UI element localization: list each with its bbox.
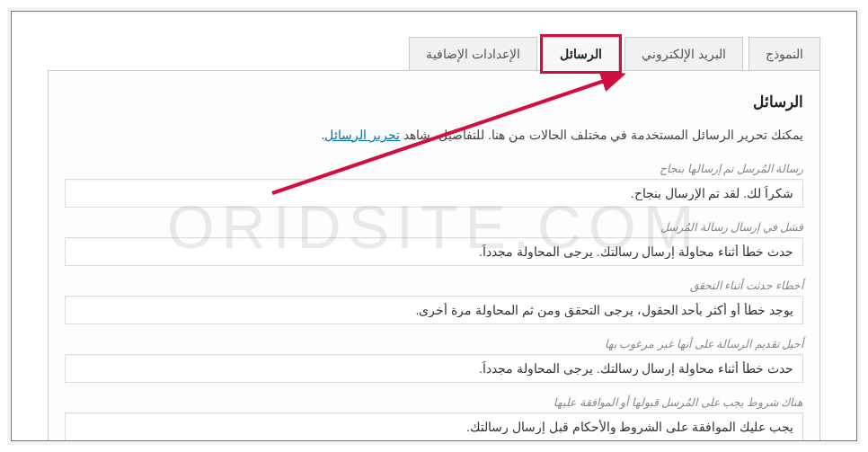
field-label: فشل في إرسال رسالة المُرسل [65,220,803,234]
field-failed: فشل في إرسال رسالة المُرسل [65,220,803,266]
field-input-spam[interactable] [65,354,803,383]
tab-messages[interactable]: الرسائل [543,37,619,71]
field-input-validation[interactable] [65,296,803,324]
field-input-failed[interactable] [65,237,803,266]
desc-text: يمكنك تحرير الرسائل المستخدمة في مختلف ا… [400,128,803,142]
field-input-terms[interactable] [65,412,803,441]
tab-form[interactable]: النموذج [748,37,820,71]
panel-title: الرسائل [65,93,803,111]
field-input-success[interactable] [65,179,803,208]
tab-email[interactable]: البريد الإلكتروني [624,37,743,71]
field-label: رسالة المُرسل تم إرسالها بنجاح [65,162,803,175]
field-success: رسالة المُرسل تم إرسالها بنجاح [65,162,803,208]
panel-description: يمكنك تحرير الرسائل المستخدمة في مختلف ا… [65,128,803,142]
screenshot-frame: النموذج البريد الإلكتروني الرسائل الإعدا… [11,11,857,441]
messages-panel: الرسائل يمكنك تحرير الرسائل المستخدمة في… [48,70,820,441]
tabs-row: النموذج البريد الإلكتروني الرسائل الإعدا… [48,37,820,71]
field-terms: هناك شروط يجب على المُرسل قبولها أو المو… [65,395,803,441]
field-label: هناك شروط يجب على المُرسل قبولها أو المو… [65,395,803,409]
edit-messages-link[interactable]: تحرير الرسائل [324,128,400,142]
tab-additional-settings[interactable]: الإعدادات الإضافية [409,37,537,71]
field-label: أخطاء حدثت أثناء التحقق [65,279,803,292]
field-validation: أخطاء حدثت أثناء التحقق [65,279,803,324]
field-label: أحيل تقديم الرسالة على أنها غير مرغوب به… [65,337,803,350]
field-spam: أحيل تقديم الرسالة على أنها غير مرغوب به… [65,337,803,383]
